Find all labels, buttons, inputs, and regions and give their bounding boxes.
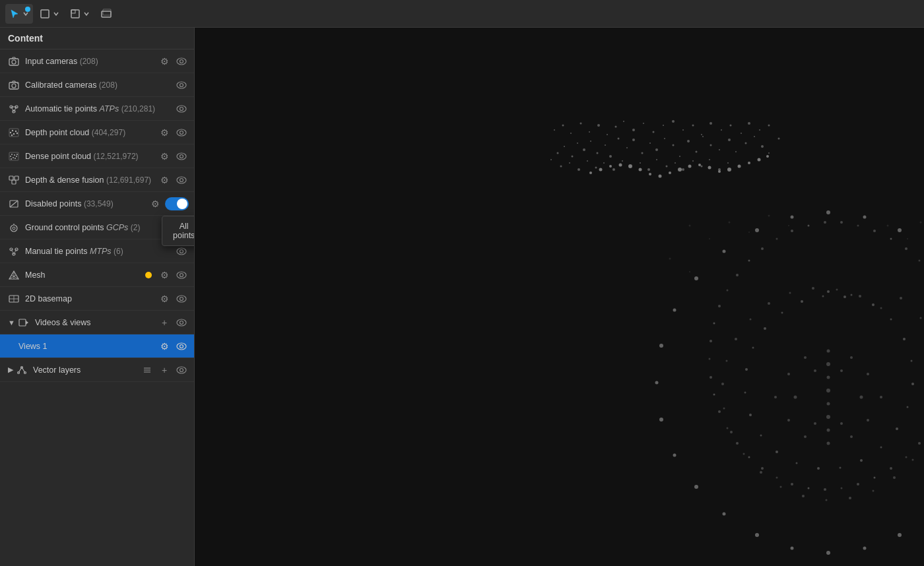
sidebar-section-vector-layers[interactable]: ▶ Vector layers +	[0, 358, 194, 382]
svg-point-333	[729, 222, 731, 224]
point-cloud-svg: // Generated inline - scattered points f…	[195, 28, 924, 566]
svg-point-58	[177, 248, 186, 255]
svg-point-145	[615, 126, 617, 128]
svg-point-113	[754, 136, 755, 137]
eye-btn-calibrated-cameras[interactable]	[174, 78, 189, 92]
svg-point-295	[850, 435, 853, 438]
svg-point-164	[609, 165, 612, 168]
item-label-calibrated-cameras: Calibrated cameras (208)	[25, 80, 174, 90]
plus-btn-vector[interactable]: +	[157, 363, 172, 377]
svg-point-293	[827, 442, 830, 445]
svg-point-203	[659, 344, 663, 348]
svg-point-115	[768, 152, 770, 154]
sidebar-item-views-1[interactable]: Views 1 ⚙	[0, 334, 194, 358]
eye-btn-mesh[interactable]	[174, 268, 189, 282]
sidebar-item-mesh[interactable]: Mesh ⚙	[0, 263, 194, 287]
gear-btn-dense-cloud[interactable]: ⚙	[157, 149, 172, 164]
item-label-dense-point-cloud: Dense point cloud (12,521,972)	[25, 152, 157, 161]
svg-point-205	[694, 276, 698, 280]
eye-btn-input-cameras[interactable]	[174, 54, 189, 69]
sidebar-item-depth-point-cloud[interactable]: Depth point cloud (404,297) ⚙	[0, 121, 194, 144]
gear-btn-views-1[interactable]: ⚙	[157, 339, 172, 354]
svg-point-22	[12, 129, 13, 131]
dense-cloud-icon	[8, 150, 20, 162]
gear-btn-input-cameras[interactable]: ⚙	[157, 54, 172, 69]
svg-point-202	[655, 381, 659, 385]
svg-point-84	[180, 368, 183, 371]
svg-point-143	[597, 124, 600, 127]
eye-btn-basemap[interactable]	[174, 292, 189, 306]
eye-btn-fusion[interactable]	[174, 173, 189, 187]
svg-point-250	[776, 238, 778, 240]
svg-point-48	[11, 225, 17, 232]
gear-btn-depth-cloud[interactable]: ⚙	[157, 125, 172, 140]
plus-btn-videos[interactable]: +	[157, 315, 172, 330]
svg-point-241	[710, 376, 712, 379]
sidebar-section-videos-views[interactable]: ▼ Videos & views +	[0, 311, 194, 334]
svg-point-275	[781, 312, 783, 314]
all-points-btn[interactable]: All points	[165, 219, 195, 243]
select-tool-btn[interactable]	[36, 4, 63, 24]
eye-btn-videos[interactable]	[174, 315, 189, 330]
gear-btn-mesh[interactable]: ⚙	[157, 268, 172, 282]
svg-point-90	[577, 142, 578, 144]
svg-point-331	[689, 225, 691, 227]
svg-point-112	[745, 142, 747, 144]
svg-rect-42	[15, 176, 18, 180]
svg-point-98	[632, 139, 635, 141]
gear-btn-disabled-points[interactable]: ⚙	[148, 197, 162, 211]
svg-point-169	[659, 175, 662, 178]
svg-point-296	[804, 435, 807, 438]
sidebar-item-input-cameras[interactable]: Input cameras (208) ⚙	[0, 49, 194, 73]
cursor-tool-btn[interactable]	[5, 4, 33, 24]
svg-point-268	[776, 451, 778, 453]
chevron-down-icon3	[83, 11, 90, 17]
svg-point-257	[890, 319, 892, 321]
svg-point-320	[723, 408, 725, 410]
sidebar-item-calibrated-cameras[interactable]: Calibrated cameras (208)	[0, 73, 194, 97]
svg-point-240	[713, 394, 715, 396]
disabled-points-toggle[interactable]	[165, 197, 189, 210]
svg-point-246	[727, 290, 729, 292]
svg-point-144	[607, 134, 608, 135]
gear-btn-fusion[interactable]: ⚙	[157, 173, 172, 187]
eye-btn-dense-cloud[interactable]	[174, 149, 189, 164]
item-label-input-cameras: Input cameras (208)	[25, 57, 157, 66]
svg-point-277	[822, 296, 824, 298]
sidebar-item-dense-point-cloud[interactable]: Dense point cloud (12,521,972) ⚙	[0, 144, 194, 168]
svg-point-327	[812, 287, 814, 290]
eye-btn-vector[interactable]	[174, 363, 189, 377]
sidebar-item-auto-tie-points[interactable]: Automatic tie points ATPs (210,281)	[0, 97, 194, 121]
svg-rect-71	[19, 319, 26, 326]
svg-point-274	[764, 327, 766, 330]
video-icon	[18, 317, 30, 329]
eye-btn-depth-cloud[interactable]	[174, 125, 189, 140]
svg-point-265	[840, 467, 842, 469]
main-content: Content Input cameras (208) ⚙ Calibrated…	[0, 28, 924, 566]
svg-point-284	[827, 429, 830, 432]
svg-point-96	[618, 138, 620, 140]
eye-btn-auto-tie[interactable]	[174, 102, 189, 116]
overlay-tool-btn[interactable]	[96, 4, 117, 24]
svg-point-138	[554, 129, 555, 131]
svg-point-230	[841, 487, 843, 489]
sidebar-item-depth-dense-fusion[interactable]: Depth & dense fusion (12,691,697) ⚙	[0, 168, 194, 192]
svg-point-288	[840, 422, 843, 425]
svg-point-95	[609, 155, 612, 158]
svg-point-114	[761, 145, 764, 148]
list-btn-vector[interactable]	[140, 363, 154, 377]
eye-btn-views-1[interactable]	[174, 339, 189, 354]
view-tool-btn[interactable]	[66, 4, 94, 24]
sidebar-item-2d-basemap[interactable]: 2D basemap ⚙	[0, 287, 194, 311]
svg-point-117	[550, 159, 552, 160]
svg-point-108	[710, 144, 712, 146]
svg-rect-85	[195, 28, 924, 566]
gear-btn-basemap[interactable]: ⚙	[157, 292, 172, 306]
svg-point-196	[791, 547, 794, 550]
sidebar-item-disabled-points[interactable]: Disabled points (33,549) ⚙ All points Di…	[0, 192, 194, 216]
svg-point-264	[860, 459, 863, 462]
svg-point-301	[867, 373, 869, 375]
item-label-views-1: Views 1	[18, 342, 157, 351]
svg-point-102	[664, 138, 665, 139]
viewport[interactable]: // Generated inline - scattered points f…	[195, 28, 924, 566]
